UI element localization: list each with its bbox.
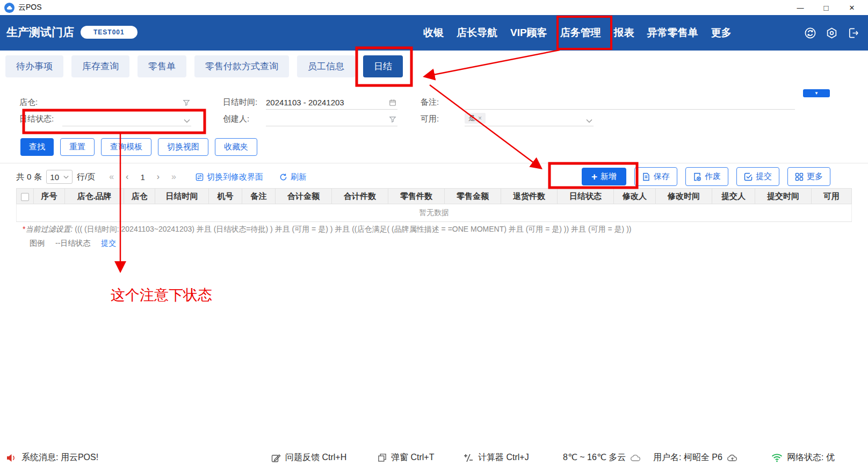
cloud-upload-icon [727,453,738,462]
section-divider [0,163,868,163]
settlement-date-input[interactable]: 20241103 - 20241203 [266,95,397,110]
remark-input[interactable] [465,95,795,110]
tab-retail-order[interactable]: 零售单 [138,55,186,77]
nav-item-cashier[interactable]: 收银 [423,26,444,40]
col-modify-time: 修改时间 [656,189,712,204]
col-submit-time: 提交时间 [755,189,812,204]
popup-shortcut[interactable]: 弹窗 Ctrl+T [378,452,434,463]
title-bar: 云POS — □ ✕ [0,0,868,15]
weather-cloud-icon [630,454,641,462]
app-logo-cloud-icon [4,3,15,13]
first-page-button[interactable]: « [109,172,114,182]
plus-icon [591,171,597,182]
col-store: 店仓 [124,189,155,204]
next-page-button[interactable]: › [157,172,160,182]
main-navbar: 生产测试门店 TEST001 收银 店长导航 VIP顾客 店务管理 报表 异常零… [0,15,868,51]
grid-more-icon [795,173,804,181]
col-submitter: 提交人 [712,189,755,204]
annotation-note: 这个注意下状态 [111,285,212,305]
total-count: 0 [27,172,31,182]
void-button[interactable]: 作废 [685,167,728,186]
store-input[interactable] [62,95,191,110]
edit-pen-icon [271,453,281,463]
tab-todo[interactable]: 待办事项 [5,55,63,77]
page-size-select[interactable]: 10 [46,170,73,184]
query-template-button[interactable]: 查询模板 [101,138,151,156]
nav-item-manager-nav[interactable]: 店长导航 [457,26,497,40]
creator-input[interactable] [266,112,397,126]
save-document-icon [642,173,650,181]
submit-button[interactable]: 提交 [736,167,779,186]
current-page[interactable]: 1 [140,173,144,182]
tag-close-icon[interactable]: × [478,114,482,122]
network-status: 网络状态: 优 [771,452,835,463]
field-settlement-status: 日结状态: [19,112,191,126]
store-label: 店仓: [19,97,62,110]
nav-item-vip[interactable]: VIP顾客 [510,26,547,40]
module-tabs: 待办事项 库存查询 零售单 零售付款方式查询 员工信息 日结 [5,55,403,77]
nav-item-more[interactable]: 更多 [711,26,732,40]
feedback-shortcut[interactable]: 问题反馈 Ctrl+H [271,452,346,463]
popup-window-icon [378,453,387,462]
wifi-icon [771,453,783,462]
nav-item-store-management[interactable]: 店务管理 [560,26,601,40]
add-button[interactable]: 新增 [582,168,626,185]
col-machine-no: 机号 [209,189,242,204]
calendar-icon[interactable] [389,99,396,106]
sync-icon[interactable] [804,27,816,39]
minimize-button[interactable]: — [787,4,813,12]
col-available: 可用 [812,189,852,204]
chevron-down-icon [586,119,592,123]
switch-view-button[interactable]: 切换视图 [158,138,208,156]
calculator-icon [463,453,474,463]
favorites-button[interactable]: 收藏夹 [215,138,257,156]
save-button[interactable]: 保存 [634,167,677,186]
refresh-link[interactable]: 刷新 [279,172,307,182]
check-square-icon [744,173,753,181]
filter-summary-text: ((( (日结时间: 20241103~20241203) 并且 (日结状态=待… [75,225,631,233]
col-total-amount: 合计金额 [276,189,332,204]
nav-menu: 收银 店长导航 VIP顾客 店务管理 报表 异常零售单 更多 [423,15,732,51]
calculator-shortcut[interactable]: 计算器 Ctrl+J [463,452,529,463]
reset-button[interactable]: 重置 [60,138,95,156]
close-button[interactable]: ✕ [839,4,865,12]
legend-submit-link[interactable]: 提交 [101,239,116,248]
prev-page-button[interactable]: ‹ [126,172,128,182]
last-page-button[interactable]: » [171,172,176,182]
collapse-filter-button[interactable]: ▼ [803,89,830,97]
tab-daily-settlement[interactable]: 日结 [363,55,403,77]
nav-item-abnormal-retail[interactable]: 异常零售单 [647,26,698,40]
col-store-brand: 店仓.品牌 [65,189,124,204]
legend-label: 图例 [30,239,45,248]
store-code-badge[interactable]: TEST001 [81,26,138,39]
switch-edit-view-link[interactable]: 切换到修改界面 [196,172,263,182]
available-select[interactable]: 是 × [465,112,594,126]
filter-funnel-icon[interactable] [183,99,190,106]
settlement-status-select[interactable] [62,112,191,126]
tab-employee-info[interactable]: 员工信息 [297,55,355,77]
table-header-row: 序号 店仓.品牌 店仓 日结时间 机号 备注 合计金额 合计件数 零售件数 零售… [17,189,852,204]
settings-icon[interactable] [826,27,838,39]
select-all-checkbox[interactable] [21,193,29,201]
col-modifier: 修改人 [614,189,656,204]
search-button[interactable]: 查找 [20,138,54,156]
field-remark: 备注: [421,95,795,110]
tab-inventory-query[interactable]: 库存查询 [71,55,129,77]
maximize-button[interactable]: □ [813,3,839,12]
filter-panel: 店仓: 日结状态: 日结时间: 20241103 - 20241203 创建人: [0,88,868,138]
speaker-icon [5,453,17,463]
tab-retail-payment-query[interactable]: 零售付款方式查询 [194,55,289,77]
user-info: 用户名: 柯昭全 P6 [653,452,738,463]
filter-funnel-icon[interactable] [389,116,396,123]
void-document-icon [693,173,701,181]
logout-icon[interactable] [847,27,859,39]
col-retail-qty: 零售件数 [388,189,445,204]
refresh-icon [279,173,287,181]
field-store: 店仓: [19,95,191,110]
per-page-label: 行/页 [77,172,95,182]
settlement-status-label: 日结状态: [19,114,62,126]
more-button[interactable]: 更多 [787,167,830,186]
chevron-down-icon [63,175,69,179]
nav-item-reports[interactable]: 报表 [614,26,634,40]
col-remark: 备注 [242,189,276,204]
